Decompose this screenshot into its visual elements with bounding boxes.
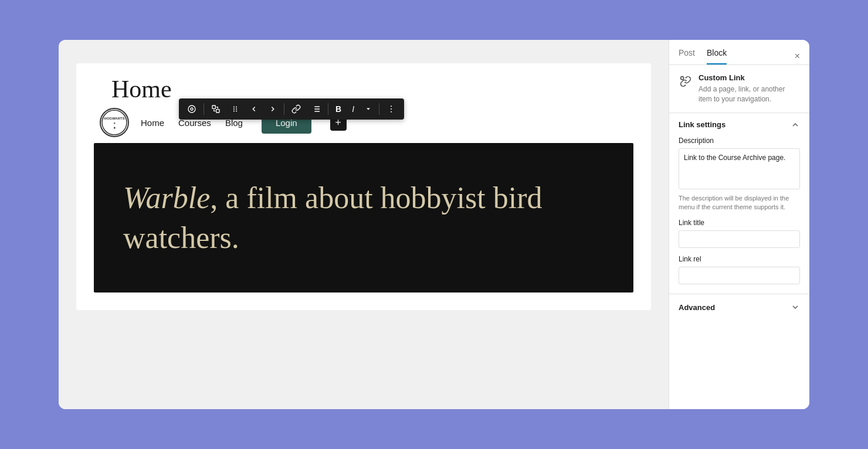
svg-point-20 [391,106,392,107]
toolbar-divider-3 [328,103,328,115]
svg-point-9 [236,106,237,107]
toolbar-drag-btn[interactable] [226,101,244,117]
svg-point-11 [236,108,237,110]
tab-block[interactable]: Block [707,48,727,64]
crest-svg: HOGWARTS ✦ ⚜ [101,109,128,136]
custom-link-icon [679,74,693,89]
dropdown-arrow-icon [365,106,372,113]
link-title-input[interactable] [679,230,800,248]
link-rel-input[interactable] [679,267,800,284]
toolbar-container: B I [179,98,404,120]
chevron-right-icon [269,105,277,113]
link-settings-header[interactable]: Link settings [669,113,809,137]
site-logo: HOGWARTS ✦ ⚜ [100,108,129,137]
link-rel-field: Link rel [669,255,809,291]
transform-icon [211,104,221,114]
svg-point-23 [681,77,684,80]
submenu-icon [311,104,321,114]
toolbar-divider-2 [284,103,284,115]
link-icon [291,104,301,114]
main-content-area: Home HOGWARTS ✦ ⚜ Home Course [59,40,669,409]
toolbar-transform-btn[interactable] [206,101,225,117]
advanced-chevron-icon [791,302,800,312]
toolbar-submenu-btn[interactable] [307,101,326,117]
site-title: Home [94,75,172,103]
link-settings-label: Link settings [679,120,725,129]
svg-point-22 [391,111,392,113]
svg-point-5 [191,108,193,110]
chevron-left-icon [250,105,258,113]
website-preview: Home HOGWARTS ✦ ⚜ Home Course [76,63,651,310]
hero-text-italic: Warble [123,181,210,215]
svg-text:✦: ✦ [113,121,116,125]
advanced-label: Advanced [679,303,715,312]
toolbar-link-btn[interactable] [287,101,306,117]
block-toolbar: B I [179,98,404,120]
svg-rect-6 [212,106,215,108]
toolbar-divider-1 [204,103,204,115]
sidebar-tabs: Post Block [679,48,727,64]
link-rel-label: Link rel [679,255,800,263]
toolbar-italic-btn[interactable]: I [347,101,359,117]
sidebar-header: Post Block × [669,40,809,64]
hero-text: Warble, a film about hobbyist bird watch… [123,178,604,257]
custom-link-title: Custom Link [699,73,800,82]
toolbar-divider-4 [379,103,379,115]
description-label: Description [679,137,800,145]
svg-point-4 [188,106,195,113]
hero-section: Warble, a film about hobbyist bird watch… [94,143,633,292]
description-hint: The description will be displayed in the… [679,194,800,212]
editor-frame: Home HOGWARTS ✦ ⚜ Home Course [59,40,809,409]
svg-text:⚜: ⚜ [113,126,116,130]
link-title-label: Link title [679,219,800,227]
link-block-icon [680,76,691,87]
svg-point-21 [391,108,392,110]
list-view-icon [187,104,196,114]
svg-rect-7 [216,110,219,113]
more-options-icon [386,104,396,114]
right-sidebar: Post Block × Custom Link Add a page, lin… [669,40,809,409]
svg-point-8 [233,106,235,107]
description-field: Description The description will be disp… [669,137,809,219]
tab-post[interactable]: Post [679,48,695,64]
description-textarea[interactable] [679,148,800,189]
custom-link-description: Add a page, link, or another item to you… [699,84,800,104]
advanced-section: Advanced [669,294,809,320]
toolbar-more-formats-btn[interactable] [360,102,377,116]
nav-item-home[interactable]: Home [141,118,164,128]
toolbar-more-options-btn[interactable] [382,101,401,117]
svg-text:HOGWARTS: HOGWARTS [104,117,124,120]
custom-link-section: Custom Link Add a page, link, or another… [669,65,809,113]
toolbar-bold-btn[interactable]: B [331,101,346,117]
toolbar-next-btn[interactable] [264,101,282,117]
svg-point-10 [233,108,235,110]
close-sidebar-button[interactable]: × [795,51,800,62]
drag-icon [231,105,239,113]
custom-link-info: Custom Link Add a page, link, or another… [699,73,800,104]
svg-point-13 [236,110,237,111]
link-title-field: Link title [669,219,809,255]
svg-point-12 [233,110,235,111]
link-settings-chevron-icon [791,120,800,130]
toolbar-prev-btn[interactable] [245,101,263,117]
toolbar-list-view-btn[interactable] [182,101,201,117]
advanced-toggle[interactable]: Advanced [669,294,809,320]
